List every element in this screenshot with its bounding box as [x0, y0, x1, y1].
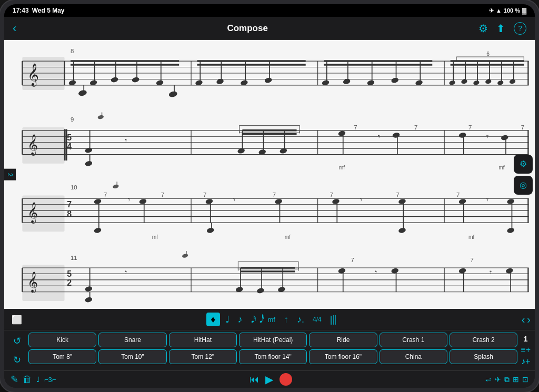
share-icon[interactable]: ⬆: [496, 22, 505, 35]
svg-text:7: 7: [396, 192, 400, 198]
play-button[interactable]: ▶: [265, 373, 273, 386]
drum-pad-tom12[interactable]: Tom 12": [169, 349, 237, 364]
triplet-button[interactable]: ⌐3⌐: [44, 376, 56, 384]
drum-pad-hithat[interactable]: HitHat: [169, 333, 237, 347]
svg-text:7: 7: [203, 192, 206, 198]
svg-text:8: 8: [71, 48, 74, 54]
main-content: 2 8 𝄞: [4, 40, 535, 309]
note-value-button[interactable]: ♩: [36, 375, 40, 384]
note-tool-active[interactable]: ♦: [206, 313, 219, 326]
svg-text:6: 6: [486, 51, 490, 57]
status-left: 17:43 Wed 5 May: [13, 7, 65, 14]
drum-pad-tomfloor16[interactable]: Tom floor 16": [309, 349, 377, 364]
time-sig-button[interactable]: 4/4: [310, 313, 325, 326]
drum-pad-ride[interactable]: Ride: [309, 333, 377, 347]
drum-pad-kick[interactable]: Kick: [28, 333, 96, 347]
tempo-button[interactable]: ◎: [514, 176, 533, 195]
metronome-button[interactable]: ✈: [495, 375, 501, 384]
quarter-note-button[interactable]: ♩: [222, 313, 233, 326]
svg-text:7: 7: [273, 192, 276, 198]
svg-text:7: 7: [104, 192, 107, 198]
drum-pad-hithat-pedal[interactable]: HitHat (Pedal): [239, 333, 307, 347]
select-tool-button[interactable]: ⬜: [8, 311, 25, 328]
nav-left: ‹: [13, 22, 16, 35]
undo-button[interactable]: ↺: [8, 333, 25, 349]
redo-button[interactable]: ↻: [8, 351, 25, 368]
action-left: ✎ 🗑 ♩ ⌐3⌐: [11, 374, 56, 385]
svg-text:7: 7: [521, 124, 524, 130]
svg-text:𝄞: 𝄞: [27, 272, 38, 293]
battery-label: 100 %: [504, 7, 520, 14]
mixer-button[interactable]: ⚙: [514, 155, 533, 174]
action-center: ⏮ ▶: [249, 373, 292, 386]
score-svg: 8 𝄞: [4, 40, 535, 309]
right-panel: ⚙ ◎: [512, 153, 535, 197]
drum-pad-crash1[interactable]: Crash 1: [380, 333, 447, 347]
thirty-second-button[interactable]: 𝅘𝅥𝅰: [256, 313, 263, 326]
svg-text:9: 9: [71, 116, 74, 123]
svg-text:7: 7: [470, 257, 473, 263]
svg-text:7: 7: [351, 257, 354, 263]
left-controls: ↺ ↻: [8, 333, 25, 368]
rewind-button[interactable]: ⏮: [249, 374, 259, 385]
loop-button[interactable]: ⇌: [485, 375, 492, 384]
drum-pad-snare[interactable]: Snare: [98, 333, 166, 347]
dotted-note-button[interactable]: ♪.: [294, 313, 307, 326]
export-button[interactable]: ⊡: [522, 375, 528, 384]
prev-arrow-button[interactable]: ‹: [522, 314, 525, 326]
delete-button[interactable]: 🗑: [23, 374, 32, 385]
drum-grid: Kick Snare HitHat HitHat (Pedal) Ride Cr…: [28, 333, 517, 368]
svg-text:𝄞: 𝄞: [27, 202, 38, 224]
pencil-button[interactable]: ✎: [11, 374, 18, 385]
status-time: 17:43: [13, 7, 29, 14]
right-controls: 1 ≡+ ♪+: [521, 333, 531, 368]
airplane-icon: ✈: [489, 7, 494, 14]
dynamic-mf-button[interactable]: mf: [265, 313, 278, 326]
svg-text:7: 7: [468, 124, 472, 130]
help-icon[interactable]: ?: [514, 22, 526, 35]
svg-text:7: 7: [414, 124, 417, 130]
drum-pad-tom8[interactable]: Tom 8": [28, 349, 96, 364]
page-number: 1: [524, 335, 528, 343]
svg-text:𝄞: 𝄞: [27, 134, 38, 156]
drum-pad-crash2[interactable]: Crash 2: [450, 333, 517, 347]
left-tab: 2: [4, 168, 16, 180]
svg-text:mf: mf: [285, 234, 291, 240]
note-buttons-row: ♦ ♩ ♪ 𝅘𝅥𝅯 𝅘𝅥𝅰 mf ↑ ♪. 4/4 |‖: [28, 313, 518, 326]
svg-text:5: 5: [67, 133, 72, 142]
drum-pad-tomfloor14[interactable]: Tom floor 14": [239, 349, 307, 364]
svg-text:𝄞: 𝄞: [27, 63, 39, 87]
svg-text:7: 7: [330, 192, 333, 198]
drum-pad-splash[interactable]: Splash: [450, 349, 517, 364]
drum-pads-area: ↺ ↻ Kick Snare HitHat HitHat (Pedal) Rid…: [4, 330, 535, 370]
settings-icon[interactable]: ⚙: [478, 22, 488, 35]
next-arrow-button[interactable]: ›: [527, 314, 531, 326]
barline-button[interactable]: |‖: [327, 313, 341, 326]
svg-text:10: 10: [71, 184, 77, 190]
drum-row-2: Tom 8" Tom 10" Tom 12" Tom floor 14" Tom…: [28, 349, 517, 364]
score-container[interactable]: 8 𝄞: [4, 40, 535, 309]
drum-pad-tom10[interactable]: Tom 10": [98, 349, 166, 364]
eighth-note-button[interactable]: ♪: [235, 313, 246, 326]
bottom-action-row: ✎ 🗑 ♩ ⌐3⌐ ⏮ ▶ ⇌ ✈ ⧉ ⊞ ⊡: [4, 370, 535, 388]
add-staff-button[interactable]: ≡+: [521, 345, 531, 355]
record-button[interactable]: [280, 373, 292, 386]
svg-text:11: 11: [71, 255, 77, 261]
battery-icon: ▓: [522, 7, 526, 14]
toolbar-row1: ⬜ ♦ ♩ ♪ 𝅘𝅥𝅯 𝅘𝅥𝅰 mf ↑ ♪. 4/4 |‖ ‹ ›: [4, 309, 535, 330]
status-date: Wed 5 May: [32, 7, 65, 14]
add-voice-button[interactable]: ♪+: [521, 357, 530, 366]
drum-pad-china[interactable]: China: [380, 349, 447, 364]
svg-text:mf: mf: [152, 234, 158, 240]
back-button[interactable]: ‹: [13, 22, 16, 35]
copy-button[interactable]: ⧉: [504, 375, 510, 384]
nav-right: ⚙ ⬆ ?: [478, 22, 526, 35]
svg-text:mf: mf: [468, 234, 475, 240]
accent-button[interactable]: ↑: [281, 313, 292, 326]
wifi-icon: ▲: [496, 7, 502, 14]
mixer-icon: ⚙: [520, 159, 527, 169]
tempo-icon: ◎: [520, 180, 527, 190]
svg-text:7: 7: [354, 124, 357, 130]
sixteenth-note-button[interactable]: 𝅘𝅥𝅯: [248, 313, 254, 326]
paste-button[interactable]: ⊞: [513, 375, 519, 384]
